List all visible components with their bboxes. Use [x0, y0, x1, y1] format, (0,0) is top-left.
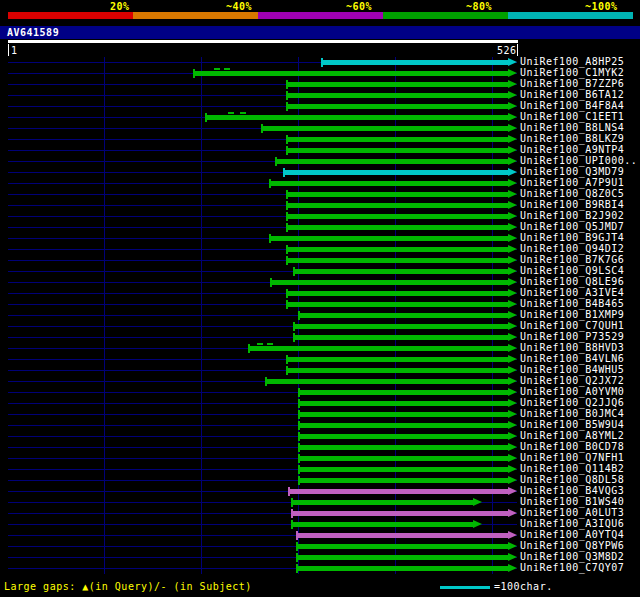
hit-bar[interactable]: [271, 280, 508, 285]
hit-label[interactable]: UniRef100_C7QUH1: [520, 320, 624, 331]
hit-bar[interactable]: [297, 555, 508, 560]
hit-label[interactable]: UniRef100_A0LUT3: [520, 507, 624, 518]
hit-label[interactable]: UniRef100_Q3M8D2: [520, 551, 624, 562]
hit-label[interactable]: UniRef100_A9NTP4: [520, 144, 624, 155]
hit-bar[interactable]: [266, 379, 508, 384]
hit-bar[interactable]: [287, 148, 508, 153]
hit-bar[interactable]: [287, 203, 508, 208]
hit-bar[interactable]: [299, 390, 508, 395]
hit-bar[interactable]: [299, 412, 508, 417]
alignment-row[interactable]: UniRef100_C7QY07: [0, 563, 640, 574]
hit-label[interactable]: UniRef100_C7QY07: [520, 562, 624, 573]
hit-label[interactable]: UniRef100_B8LKZ9: [520, 133, 624, 144]
hit-label[interactable]: UniRef100_B4VLN6: [520, 353, 624, 364]
hit-bar[interactable]: [297, 533, 508, 538]
hit-bar[interactable]: [287, 93, 508, 98]
hit-bar[interactable]: [289, 489, 508, 494]
hit-label[interactable]: UniRef100_Q94DI2: [520, 243, 624, 254]
hit-bar[interactable]: [294, 269, 508, 274]
hit-bar[interactable]: [287, 357, 508, 362]
hit-label[interactable]: UniRef100_Q3MD79: [520, 166, 624, 177]
hit-label[interactable]: UniRef100_A8HP25: [520, 56, 624, 67]
hit-label[interactable]: UniRef100_Q2JJQ6: [520, 397, 624, 408]
hit-label[interactable]: UniRef100_P73529: [520, 331, 624, 342]
hit-bar[interactable]: [299, 401, 508, 406]
hit-label[interactable]: UniRef100_A7P9U1: [520, 177, 624, 188]
hit-bar[interactable]: [206, 115, 508, 120]
hit-bar[interactable]: [297, 566, 508, 571]
hit-label[interactable]: UniRef100_UPI000..: [520, 155, 637, 166]
hit-bar[interactable]: [322, 60, 508, 65]
hit-bar[interactable]: [299, 478, 508, 483]
hit-bar[interactable]: [299, 313, 508, 318]
hit-label[interactable]: UniRef100_B0JMC4: [520, 408, 624, 419]
hit-bar[interactable]: [297, 544, 508, 549]
hit-bar[interactable]: [299, 434, 508, 439]
hit-bar[interactable]: [287, 104, 508, 109]
hit-bar[interactable]: [287, 368, 508, 373]
hit-label[interactable]: UniRef100_B9RBI4: [520, 199, 624, 210]
hit-label[interactable]: UniRef100_B6TA12: [520, 89, 624, 100]
hit-bar[interactable]: [287, 137, 508, 142]
hit-label[interactable]: UniRef100_B4WHU5: [520, 364, 624, 375]
hit-label[interactable]: UniRef100_A3IQU6: [520, 518, 624, 529]
hit-bar[interactable]: [270, 181, 508, 186]
hit-label[interactable]: UniRef100_B5W9U4: [520, 419, 624, 430]
hit-bar[interactable]: [299, 467, 508, 472]
hit-label[interactable]: UniRef100_A0YVM0: [520, 386, 624, 397]
hit-label[interactable]: UniRef100_B2J902: [520, 210, 624, 221]
hit-bar[interactable]: [287, 225, 508, 230]
hit-bar[interactable]: [284, 170, 508, 175]
hit-label[interactable]: UniRef100_B0CD78: [520, 441, 624, 452]
hit-label[interactable]: UniRef100_B8HVD3: [520, 342, 624, 353]
hit-label[interactable]: UniRef100_Q7NFH1: [520, 452, 624, 463]
hit-bar[interactable]: [287, 247, 508, 252]
hit-label[interactable]: UniRef100_Q8YPW6: [520, 540, 624, 551]
hit-start-tick: [298, 399, 300, 408]
hit-label[interactable]: UniRef100_Q8LE96: [520, 276, 624, 287]
hit-label[interactable]: UniRef100_C1MYK2: [520, 67, 624, 78]
hit-label[interactable]: UniRef100_B8LNS4: [520, 122, 624, 133]
hit-arrowhead: [508, 256, 517, 264]
hit-label[interactable]: UniRef100_B4F8A4: [520, 100, 624, 111]
hit-start-tick: [286, 80, 288, 89]
hit-bar[interactable]: [270, 236, 508, 241]
hit-label[interactable]: UniRef100_Q9LSC4: [520, 265, 624, 276]
hit-bar[interactable]: [299, 456, 508, 461]
hit-label[interactable]: UniRef100_B4B465: [520, 298, 624, 309]
hit-bar[interactable]: [287, 82, 508, 87]
hit-label[interactable]: UniRef100_C1EET1: [520, 111, 624, 122]
hit-label[interactable]: UniRef100_B9GJT4: [520, 232, 624, 243]
hit-bar[interactable]: [299, 445, 508, 450]
hit-bar[interactable]: [287, 291, 508, 296]
hit-bar[interactable]: [294, 335, 508, 340]
hit-label[interactable]: UniRef100_B1WS40: [520, 496, 624, 507]
hit-bar[interactable]: [249, 346, 508, 351]
hit-label[interactable]: UniRef100_B4VQG3: [520, 485, 624, 496]
hit-label[interactable]: UniRef100_A0YTQ4: [520, 529, 624, 540]
hit-bar[interactable]: [276, 159, 508, 164]
hit-bar[interactable]: [287, 258, 508, 263]
hit-bar[interactable]: [287, 192, 508, 197]
hit-bar[interactable]: [262, 126, 508, 131]
hit-label[interactable]: UniRef100_B7ZZP6: [520, 78, 624, 89]
hit-bar[interactable]: [292, 500, 473, 505]
hit-label[interactable]: UniRef100_A3IVE4: [520, 287, 624, 298]
hit-bar[interactable]: [292, 511, 508, 516]
hit-label[interactable]: UniRef100_B1XMP9: [520, 309, 624, 320]
hit-bar[interactable]: [294, 324, 508, 329]
hit-bar[interactable]: [287, 302, 508, 307]
hit-label[interactable]: UniRef100_Q114B2: [520, 463, 624, 474]
hit-bar[interactable]: [194, 71, 508, 76]
hit-label[interactable]: UniRef100_Q8Z0C5: [520, 188, 624, 199]
hit-arrowhead: [508, 69, 517, 77]
hit-bar[interactable]: [287, 214, 508, 219]
hit-label[interactable]: UniRef100_Q2JX72: [520, 375, 624, 386]
hit-bar[interactable]: [299, 423, 508, 428]
hit-label[interactable]: UniRef100_B7K7G6: [520, 254, 624, 265]
coord-start-tick: [8, 44, 9, 56]
hit-bar[interactable]: [292, 522, 473, 527]
hit-label[interactable]: UniRef100_Q8DL58: [520, 474, 624, 485]
hit-label[interactable]: UniRef100_A8YML2: [520, 430, 624, 441]
hit-label[interactable]: UniRef100_Q5JMD7: [520, 221, 624, 232]
